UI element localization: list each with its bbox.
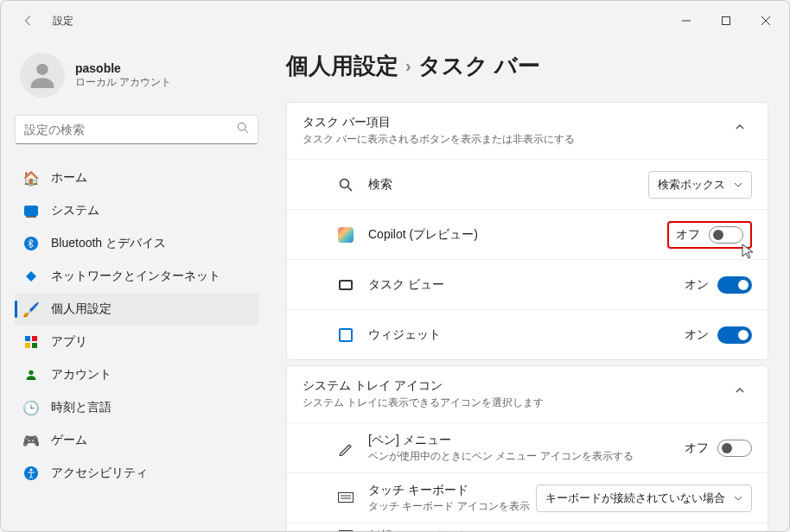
widgets-toggle[interactable] — [717, 326, 752, 344]
row-copilot: Copilot (プレビュー) オフ — [287, 209, 768, 259]
cursor-icon — [742, 244, 755, 259]
keyboard-icon — [337, 490, 354, 507]
accounts-icon — [23, 367, 39, 383]
bluetooth-icon — [23, 236, 39, 251]
back-button[interactable] — [15, 7, 42, 35]
svg-rect-7 — [32, 336, 37, 341]
apps-icon — [23, 334, 39, 350]
chevron-down-icon — [734, 494, 742, 503]
sidebar: pasoble ローカル アカウント 🏠ホーム システム Bluetooth と… — [1, 41, 269, 532]
maximize-button[interactable] — [706, 7, 746, 35]
personalization-icon: 🖌️ — [23, 301, 39, 317]
nav-gaming[interactable]: 🎮ゲーム — [15, 424, 258, 457]
nav-system[interactable]: システム — [15, 194, 258, 227]
breadcrumb-parent[interactable]: 個人用設定 — [286, 51, 398, 81]
avatar — [20, 53, 65, 98]
nav-accessibility[interactable]: アクセシビリティ — [15, 457, 258, 490]
search-dropdown[interactable]: 検索ボックス — [648, 171, 752, 199]
breadcrumb: 個人用設定 › タスク バー — [286, 51, 768, 81]
search-box[interactable] — [15, 115, 258, 144]
svg-rect-1 — [723, 17, 730, 25]
search-input[interactable] — [24, 123, 237, 136]
search-icon — [237, 122, 249, 137]
svg-point-12 — [30, 469, 33, 472]
nav-bluetooth[interactable]: Bluetooth とデバイス — [15, 227, 258, 260]
clock-icon: 🕒 — [23, 400, 39, 415]
row-search: 検索 検索ボックス — [287, 159, 768, 209]
main-content: 個人用設定 › タスク バー タスク バー項目 タスク バーに表示されるボタンを… — [269, 41, 789, 532]
systray-header[interactable]: システム トレイ アイコン システム トレイに表示できるアイコンを選択します — [287, 366, 768, 422]
nav-home[interactable]: 🏠ホーム — [15, 162, 258, 194]
svg-point-2 — [36, 64, 48, 75]
taskview-icon — [337, 276, 354, 294]
chevron-down-icon — [734, 180, 742, 189]
svg-rect-9 — [32, 343, 37, 348]
gaming-icon: 🎮 — [23, 433, 39, 448]
copilot-icon — [337, 226, 354, 244]
row-taskview: タスク ビュー オン — [287, 259, 768, 309]
row-virtual-touchpad: 仮想タッチパッド — [287, 522, 768, 532]
svg-point-13 — [341, 179, 349, 187]
touchkb-dropdown[interactable]: キーボードが接続されていない場合 — [536, 484, 752, 512]
svg-point-10 — [29, 370, 33, 375]
svg-line-4 — [245, 130, 248, 133]
collapse-button[interactable] — [728, 115, 752, 139]
nav-time-language[interactable]: 🕒時刻と言語 — [15, 391, 258, 424]
accessibility-icon — [23, 466, 39, 481]
widgets-icon — [337, 326, 354, 344]
network-icon — [23, 269, 39, 284]
nav-list: 🏠ホーム システム Bluetooth とデバイス ネットワークとインターネット… — [15, 162, 258, 522]
user-block[interactable]: pasoble ローカル アカウント — [15, 41, 258, 115]
home-icon: 🏠 — [23, 170, 39, 186]
touchpad-icon — [337, 528, 354, 533]
copilot-highlight: オフ — [667, 221, 752, 249]
nav-apps[interactable]: アプリ — [15, 326, 258, 358]
taskbar-items-header[interactable]: タスク バー項目 タスク バーに表示されるボタンを表示または非表示にする — [287, 103, 768, 159]
user-subtitle: ローカル アカウント — [75, 75, 171, 90]
nav-network[interactable]: ネットワークとインターネット — [15, 260, 258, 293]
systray-card: システム トレイ アイコン システム トレイに表示できるアイコンを選択します [… — [286, 365, 768, 532]
search-icon — [337, 176, 354, 193]
nav-accounts[interactable]: アカウント — [15, 358, 258, 391]
breadcrumb-current: タスク バー — [418, 51, 540, 81]
taskbar-items-card: タスク バー項目 タスク バーに表示されるボタンを表示または非表示にする 検索 … — [286, 102, 768, 360]
app-title: 設定 — [53, 14, 73, 28]
collapse-button[interactable] — [728, 378, 752, 402]
row-pen: [ペン] メニュー ペンが使用中のときにペン メニュー アイコンを表示する オフ — [287, 422, 768, 472]
svg-point-3 — [238, 123, 245, 130]
svg-rect-8 — [25, 343, 30, 348]
svg-rect-6 — [25, 336, 30, 341]
row-widgets: ウィジェット オン — [287, 309, 768, 359]
svg-rect-15 — [339, 492, 354, 502]
close-button[interactable] — [746, 7, 786, 35]
nav-personalization[interactable]: 🖌️個人用設定 — [15, 293, 258, 326]
minimize-button[interactable] — [666, 7, 706, 35]
copilot-toggle[interactable] — [709, 226, 743, 244]
row-touch-keyboard: タッチ キーボード タッチ キーボード アイコンを表示 キーボードが接続されてい… — [287, 472, 768, 522]
taskview-toggle[interactable] — [717, 276, 752, 294]
pen-toggle[interactable] — [717, 440, 752, 457]
svg-line-14 — [348, 187, 353, 191]
svg-point-5 — [24, 237, 38, 250]
chevron-right-icon: › — [405, 56, 411, 76]
system-icon — [23, 203, 39, 218]
user-name: pasoble — [75, 61, 171, 75]
pen-icon — [337, 440, 354, 457]
